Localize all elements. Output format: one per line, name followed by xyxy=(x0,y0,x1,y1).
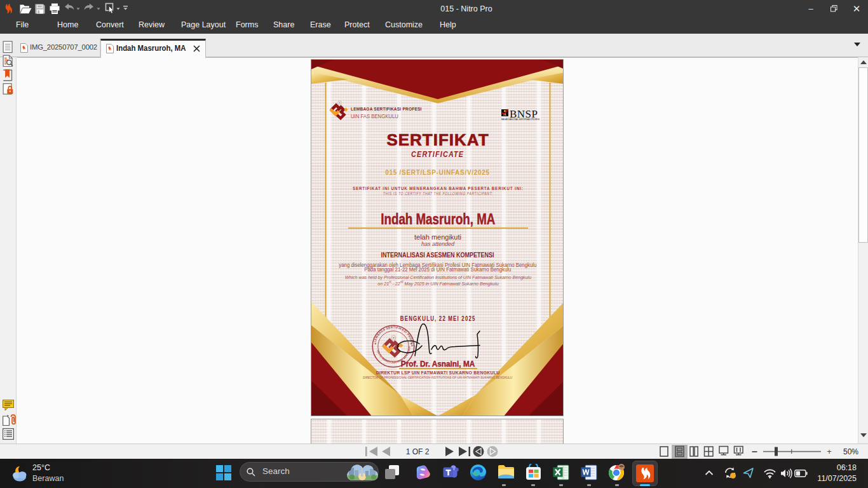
svg-text:+: + xyxy=(827,447,832,456)
svg-text:50%: 50% xyxy=(843,447,858,456)
svg-text:1 OF 2: 1 OF 2 xyxy=(406,447,430,456)
